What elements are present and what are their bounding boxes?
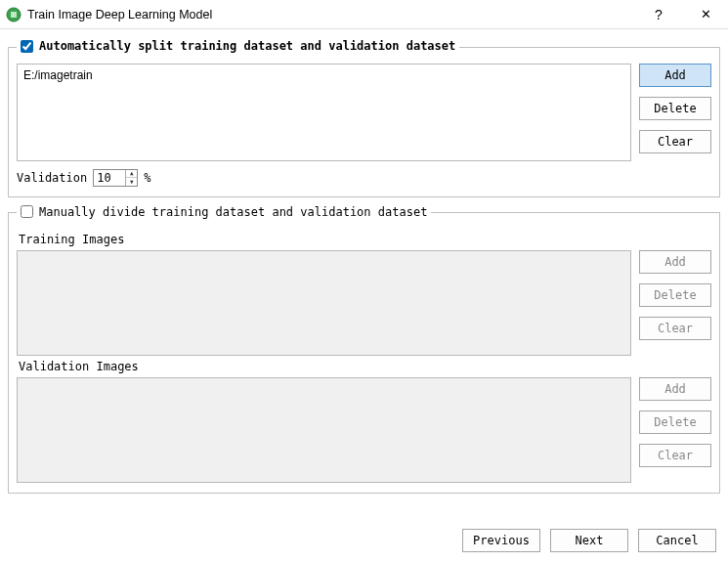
validation-suffix: % [144, 171, 150, 185]
next-button[interactable]: Next [550, 529, 628, 552]
footer-buttons: Previous Next Cancel [462, 529, 716, 552]
manual-split-legend: Manually divide training dataset and val… [39, 205, 427, 219]
spin-up-icon[interactable]: ▲ [126, 170, 137, 179]
manual-split-checkbox[interactable] [21, 205, 33, 218]
close-button[interactable]: ✕ [691, 0, 720, 29]
auto-split-group: Automatically split training dataset and… [8, 39, 720, 197]
training-images-list[interactable] [17, 250, 631, 356]
manual-split-group: Manually divide training dataset and val… [8, 205, 720, 495]
validation-images-label: Validation Images [19, 360, 711, 373]
auto-delete-button[interactable]: Delete [639, 97, 711, 120]
auto-split-legend: Automatically split training dataset and… [39, 39, 455, 53]
app-icon [6, 7, 21, 22]
title-bar: Train Image Deep Learning Model ? ✕ [0, 0, 728, 29]
auto-split-checkbox-label[interactable]: Automatically split training dataset and… [21, 39, 455, 53]
auto-clear-button[interactable]: Clear [639, 130, 711, 153]
auto-add-button[interactable]: Add [639, 64, 711, 87]
training-delete-button[interactable]: Delete [639, 283, 711, 307]
spin-down-icon[interactable]: ▼ [126, 178, 137, 186]
validation-clear-button[interactable]: Clear [639, 444, 711, 467]
window-title: Train Image Deep Learning Model [27, 8, 212, 22]
validation-input[interactable] [94, 170, 125, 186]
training-add-button[interactable]: Add [639, 250, 711, 274]
training-images-label: Training Images [19, 233, 711, 246]
validation-spinbox[interactable]: ▲ ▼ [93, 169, 138, 187]
validation-delete-button[interactable]: Delete [639, 411, 711, 434]
cancel-button[interactable]: Cancel [638, 529, 716, 552]
help-button[interactable]: ? [644, 0, 673, 29]
auto-dataset-list[interactable]: E:/imagetrain [17, 64, 631, 161]
manual-split-checkbox-label[interactable]: Manually divide training dataset and val… [21, 205, 427, 219]
validation-images-list[interactable] [17, 377, 631, 483]
training-clear-button[interactable]: Clear [639, 317, 711, 340]
svg-rect-1 [11, 12, 17, 18]
previous-button[interactable]: Previous [462, 529, 540, 552]
auto-split-checkbox[interactable] [21, 40, 33, 53]
validation-add-button[interactable]: Add [639, 377, 711, 401]
list-item[interactable]: E:/imagetrain [23, 68, 624, 82]
validation-label: Validation [17, 171, 87, 185]
